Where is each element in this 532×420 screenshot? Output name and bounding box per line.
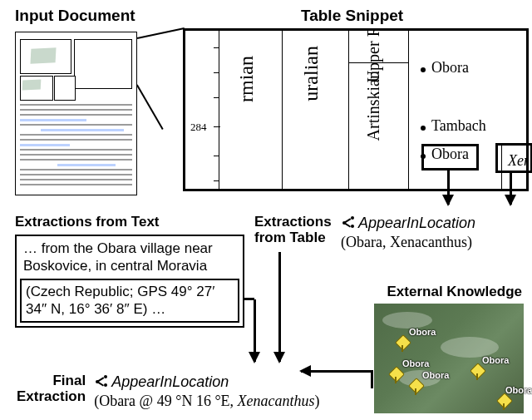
text-extraction-box: … from the Obara village near Boskovice,… [15,235,244,328]
extractions-from-table-label: Extractions from Table [254,215,332,245]
final-args-prefix: (Obara @ 49 °N 16 °E, [94,393,237,409]
table-extraction-relation: AppearInLocation (Obara, Xenacanthus) [341,215,475,251]
external-knowledge-map: Obora Obora Obora Obora Obora [374,304,524,413]
input-document-heading: Input Document [15,7,135,25]
final-extraction-block: Final Extraction AppearInLocation (Obara… [17,373,320,410]
extractions-from-table-line1: Extractions [254,215,332,230]
arrow-from-table-extraction [278,252,281,362]
callout-bottom-line [136,84,163,129]
table-entry-2: Tambach [431,117,486,135]
axis-number: 284 [190,121,207,134]
table-relation-args: (Obara, Xenacanthus) [341,234,472,250]
map-pin [411,380,421,395]
extractions-from-text-heading: Extractions from Text [15,215,160,230]
map-pin [397,337,407,352]
map-pin-label: Obora [482,355,509,365]
map-connector-vert [371,370,373,388]
map-pin-label: Obora [402,358,429,368]
map-pin [499,395,509,410]
input-document-thumbnail [15,32,137,195]
map-pin [472,365,482,380]
text-extraction-lower-gps: (Czech Republic; GPS 49° 27′ 34′′ N, 16°… [20,279,239,324]
map-pin [391,368,401,383]
final-args-genus: Xenacanthus [238,393,315,409]
table-snippet-heading: Table Snippet [301,7,403,25]
final-relation-name: AppearInLocation [111,373,229,390]
arrow-from-map [301,370,372,373]
map-pin-label: Obora [409,327,436,337]
table-entry-3: Obora [431,146,469,163]
text-to-arrow-connector [243,298,254,300]
arrow-from-text-extraction [254,299,256,362]
text-extraction-upper: … from the Obara village near Boskovice,… [17,236,243,275]
extractions-from-table-line2: from Table [254,230,332,246]
arrow-from-xenacanthus [510,170,512,205]
relation-name: AppearInLocation [358,215,475,231]
strat-col-2: uralian [300,46,323,101]
final-heading-line1: Final [17,373,86,389]
map-pin-label: Obora [505,385,532,395]
table-right-genus: Xenacanthus [508,152,529,170]
arrow-from-obora [447,168,450,205]
final-args-suffix: ) [315,393,320,409]
final-heading-line2: Extraction [17,389,86,405]
table-snippet-region: 284 rmian uralian Upper R Artinskian Obo… [183,28,529,191]
share-icon [341,216,354,230]
strat-col-1: rmian [235,56,258,102]
table-entry-1: Obora [431,59,469,77]
callout-top-line [137,27,185,39]
strat-col-3-bottom: Artinskian [364,71,383,141]
map-pin-label: Obora [422,370,449,380]
share-icon [94,375,107,388]
external-knowledge-heading: External Knowledge [387,284,522,300]
